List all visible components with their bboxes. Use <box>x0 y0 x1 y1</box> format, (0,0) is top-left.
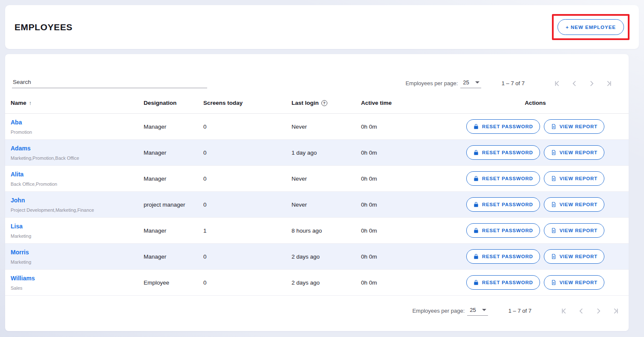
last-page-button[interactable] <box>604 79 613 88</box>
reset-password-label: RESET PASSWORD <box>482 228 533 233</box>
page-range-label: 1 – 7 of 7 <box>502 80 525 86</box>
employee-departments: Project Development,Marketing,Finance <box>11 207 144 213</box>
view-report-button[interactable]: VIEW REPORT <box>544 249 604 264</box>
per-page-select[interactable]: 25 <box>467 306 488 316</box>
search-field <box>12 76 207 88</box>
reset-password-label: RESET PASSWORD <box>482 280 533 285</box>
per-page-select[interactable]: 25 <box>460 78 481 88</box>
previous-page-button[interactable] <box>577 306 586 316</box>
chevron-left-icon <box>570 79 579 88</box>
employee-name-link[interactable]: Williams <box>11 275 144 282</box>
reset-password-button[interactable]: RESET PASSWORD <box>466 223 540 238</box>
sort-ascending-icon: ↑ <box>29 100 32 106</box>
employee-name-link[interactable]: Aba <box>11 119 144 126</box>
active-time-cell: 0h 0m <box>361 253 442 260</box>
actions-cell: RESET PASSWORD VIEW REPORT <box>442 119 629 134</box>
lock-icon <box>473 202 479 207</box>
screens-today-cell: 0 <box>203 279 292 286</box>
view-report-button[interactable]: VIEW REPORT <box>544 223 604 238</box>
next-page-button[interactable] <box>587 79 596 88</box>
reset-password-button[interactable]: RESET PASSWORD <box>466 119 540 134</box>
pager-buttons <box>552 306 620 316</box>
reset-password-button[interactable]: RESET PASSWORD <box>466 197 540 212</box>
designation-cell: Manager <box>144 124 203 130</box>
chevron-left-icon <box>577 306 586 316</box>
screens-today-cell: 0 <box>203 253 292 260</box>
reset-password-button[interactable]: RESET PASSWORD <box>466 171 540 186</box>
reset-password-label: RESET PASSWORD <box>482 202 533 207</box>
view-report-button[interactable]: VIEW REPORT <box>544 197 604 212</box>
view-report-button[interactable]: VIEW REPORT <box>544 119 604 134</box>
lock-icon <box>473 176 479 181</box>
first-page-icon <box>553 79 562 88</box>
employee-departments: Back Office,Promotion <box>11 181 144 187</box>
screens-today-cell: 0 <box>203 202 292 208</box>
pagination-bottom: Employees per page: 25 1 – 7 of 7 <box>412 306 620 316</box>
name-cell: Williams Sales <box>5 275 144 291</box>
report-icon <box>551 176 557 181</box>
employee-table-body: Aba Promotion Manager 0 Never 0h 0m RESE… <box>5 114 629 296</box>
view-report-button[interactable]: VIEW REPORT <box>544 145 604 160</box>
column-header-screens-today[interactable]: Screens today <box>203 100 292 106</box>
last-page-button[interactable] <box>611 306 620 316</box>
active-time-cell: 0h 0m <box>361 202 442 208</box>
employee-name-link[interactable]: Alita <box>11 171 144 178</box>
actions-cell: RESET PASSWORD VIEW REPORT <box>442 197 629 212</box>
actions-cell: RESET PASSWORD VIEW REPORT <box>442 275 629 290</box>
employee-name-link[interactable]: Lisa <box>11 223 144 230</box>
pagination-bottom-wrap: Employees per page: 25 1 – 7 of 7 <box>5 296 629 316</box>
first-page-icon <box>560 306 569 316</box>
active-time-cell: 0h 0m <box>361 176 442 182</box>
view-report-button[interactable]: VIEW REPORT <box>544 275 604 290</box>
report-icon <box>551 124 557 130</box>
table-row: Morris Marketing Manager 0 2 days ago 0h… <box>5 244 629 270</box>
table-toolbar: Employees per page: 25 1 – 7 of 7 <box>5 54 629 92</box>
first-page-button[interactable] <box>553 79 562 88</box>
lock-icon <box>473 279 479 285</box>
column-header-actions: Actions <box>442 100 629 106</box>
reset-password-button[interactable]: RESET PASSWORD <box>466 275 540 290</box>
previous-page-button[interactable] <box>570 79 579 88</box>
employee-name-link[interactable]: Adams <box>11 145 144 152</box>
report-icon <box>551 228 557 233</box>
name-cell: Lisa Marketing <box>5 223 144 239</box>
help-icon[interactable]: ? <box>321 100 327 106</box>
next-page-button[interactable] <box>594 306 603 316</box>
last-login-cell: Never <box>292 124 361 130</box>
reset-password-label: RESET PASSWORD <box>482 176 533 181</box>
search-input[interactable] <box>12 76 207 88</box>
view-report-label: VIEW REPORT <box>560 124 598 129</box>
name-cell: Morris Marketing <box>5 249 144 265</box>
lock-icon <box>473 253 479 259</box>
per-page-value: 25 <box>463 79 469 86</box>
reset-password-button[interactable]: RESET PASSWORD <box>466 249 540 264</box>
screens-today-cell: 0 <box>203 150 292 156</box>
column-header-designation[interactable]: Designation <box>144 100 203 106</box>
first-page-button[interactable] <box>560 306 569 316</box>
report-icon <box>551 253 557 259</box>
name-cell: John Project Development,Marketing,Finan… <box>5 197 144 213</box>
active-time-cell: 0h 0m <box>361 279 442 286</box>
table-row: John Project Development,Marketing,Finan… <box>5 192 629 218</box>
name-cell: Adams Marketing,Promotion,Back Office <box>5 145 144 161</box>
reset-password-button[interactable]: RESET PASSWORD <box>466 145 540 160</box>
employee-name-link[interactable]: John <box>11 197 144 204</box>
view-report-button[interactable]: VIEW REPORT <box>544 171 604 186</box>
reset-password-label: RESET PASSWORD <box>482 254 533 259</box>
per-page-label: Employees per page: <box>405 80 458 86</box>
active-time-cell: 0h 0m <box>361 150 442 156</box>
column-header-name[interactable]: Name ↑ <box>5 100 144 106</box>
page-header: EMPLOYEES + NEW EMPLOYEE <box>5 5 639 49</box>
active-time-cell: 0h 0m <box>361 124 442 130</box>
column-header-active-time[interactable]: Active time <box>361 100 442 106</box>
actions-cell: RESET PASSWORD VIEW REPORT <box>442 171 629 186</box>
designation-cell: Manager <box>144 150 203 156</box>
pager-buttons <box>545 79 613 88</box>
view-report-label: VIEW REPORT <box>560 280 598 285</box>
column-header-last-login[interactable]: Last login ? <box>292 100 361 106</box>
name-cell: Alita Back Office,Promotion <box>5 171 144 187</box>
new-employee-button[interactable]: + NEW EMPLOYEE <box>557 19 624 35</box>
report-icon <box>551 279 557 285</box>
employee-name-link[interactable]: Morris <box>11 249 144 256</box>
employee-departments: Marketing <box>11 233 144 239</box>
